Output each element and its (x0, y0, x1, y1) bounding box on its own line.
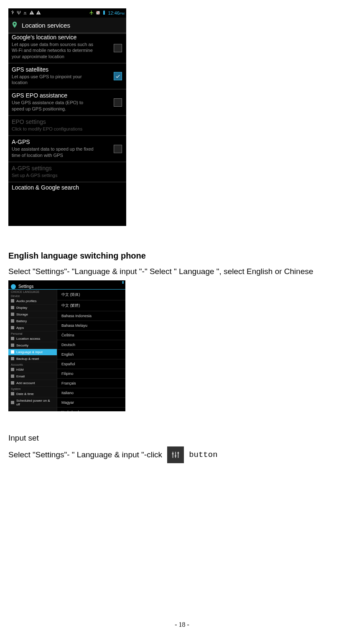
sidebar-item[interactable]: Date & time (8, 391, 57, 398)
language-option[interactable]: Magyar (57, 398, 125, 408)
sidebar-item[interactable]: Backup & reset (8, 356, 57, 362)
bullet-icon (11, 299, 14, 303)
language-option[interactable]: Français (57, 379, 125, 388)
language-option[interactable]: Bahasa Melayu (57, 321, 125, 331)
usb-icon (10, 10, 15, 16)
checkbox-checked[interactable] (114, 72, 122, 80)
bullet-icon (11, 374, 14, 378)
language-option[interactable]: Nederlands (57, 408, 125, 411)
screenshot-location-services: Ψ (8, 8, 126, 226)
heading-input-set: Input set (8, 432, 351, 444)
sidebar-item-label: Location access (16, 337, 40, 341)
bullet-icon (11, 368, 14, 371)
bullet-icon (11, 381, 14, 385)
svg-point-4 (175, 455, 176, 457)
page-number: - 18 - (0, 621, 364, 628)
sidebar-section: Device (8, 294, 57, 298)
warning-icon (29, 10, 34, 16)
setting-title: A-GPS (12, 138, 123, 145)
language-option[interactable]: 中文 (繁體) (57, 300, 125, 311)
setting-gps-epo[interactable]: GPS EPO assistance Use GPS assistance da… (8, 89, 126, 115)
status-bar: Ψ (8, 8, 126, 18)
bullet-icon (11, 344, 14, 347)
sidebar-item-label: Date & time (16, 392, 34, 396)
sidebar-item[interactable]: Scheduled power on & off (8, 398, 57, 408)
status-bar-2: ▮ (8, 280, 125, 284)
sidebar-item-label: Scheduled power on & off (16, 399, 54, 406)
sidebar-item-label: Battery (16, 319, 27, 323)
sidebar-section: System (8, 387, 57, 391)
setting-title: EPO settings (12, 118, 123, 125)
sidebar-item[interactable]: Email (8, 373, 57, 380)
bullet-icon (11, 326, 14, 329)
setting-gps-satellites[interactable]: GPS satellites Let apps use GPS to pinpo… (8, 63, 126, 89)
button-word: button (189, 450, 217, 459)
bullet-icon (11, 357, 14, 360)
bullet-icon (11, 319, 14, 323)
no-sim-icon (95, 10, 100, 16)
bullet-icon (11, 401, 14, 404)
sidebar-item[interactable]: Security (8, 342, 57, 349)
language-option[interactable]: Italiano (57, 388, 125, 398)
bullet-icon (11, 313, 14, 316)
setting-title: GPS satellites (12, 66, 123, 73)
appbar-title: Location services (22, 22, 70, 29)
sidebar-item[interactable]: Add account (8, 380, 57, 387)
status-clock: 12:46PM (108, 10, 125, 15)
setting-epo-settings: EPO settings Click to modify EPO configu… (8, 115, 126, 135)
equalizer-button[interactable] (167, 446, 184, 463)
sidebar-item[interactable]: Display (8, 305, 57, 311)
appbar-2-title: Settings (18, 284, 33, 289)
checkbox-unchecked[interactable] (114, 44, 122, 52)
sidebar-section: Accounts (8, 362, 57, 367)
settings-sidebar: CHOICE LANGUAGE DeviceAudio profilesDisp… (8, 290, 57, 411)
bullet-icon (11, 306, 14, 309)
checkbox-unchecked[interactable] (114, 145, 122, 153)
screenshot-language-settings: ▮ Settings CHOICE LANGUAGE DeviceAudio p… (8, 280, 125, 411)
battery-icon: ▮ (122, 280, 124, 284)
sidebar-section: CHOICE LANGUAGE (8, 290, 57, 294)
sidebar-item[interactable]: Storage (8, 311, 57, 318)
setting-desc: Set up A-GPS settings (12, 172, 95, 178)
language-option[interactable]: Deutsch (57, 340, 125, 350)
setting-desc: Use assistant data to speed up the fixed… (12, 146, 95, 158)
sidebar-item-label: Security (16, 344, 28, 347)
clock-ampm: PM (120, 12, 125, 15)
setting-location-google-search: Location & Google search (8, 182, 126, 191)
sidebar-item[interactable]: Language & input (8, 349, 57, 356)
sidebar-item-label: Apps (16, 326, 24, 330)
sidebar-item[interactable]: HSM (8, 367, 57, 373)
language-option[interactable]: Čeština (57, 331, 125, 340)
checkbox-unchecked[interactable] (114, 98, 122, 107)
app-bar-2: Settings (8, 284, 125, 290)
language-option[interactable]: Bahasa Indonesia (57, 311, 125, 321)
paragraph-language-instructions: Select "Settings"- "Language & input "-"… (8, 266, 351, 278)
sidebar-item[interactable]: Battery (8, 318, 57, 325)
sidebar-item-label: HSM (16, 368, 24, 372)
setting-agps[interactable]: A-GPS Use assistant data to speed up the… (8, 135, 126, 162)
sidebar-item[interactable]: Location access (8, 336, 57, 342)
language-option[interactable]: English (57, 350, 125, 359)
setting-desc: Click to modify EPO configurations (12, 126, 95, 132)
sidebar-item-label: Audio profiles (16, 299, 36, 303)
sidebar-item[interactable]: Apps (8, 325, 57, 331)
setting-google-location[interactable]: Google's location service Let apps use d… (8, 33, 126, 63)
setting-agps-settings: A-GPS settings Set up A-GPS settings (8, 162, 126, 182)
sidebar-item-label: Add account (16, 381, 35, 385)
location-icon (11, 21, 18, 29)
airplane-icon (89, 10, 94, 16)
language-option[interactable]: Español (57, 359, 125, 369)
paragraph-input-set-prefix: Select "Settings"- " Language & input "-… (8, 450, 162, 459)
bullet-icon (11, 392, 14, 395)
sidebar-section: Personal (8, 331, 57, 336)
setting-desc: Let apps use data from sources such as W… (12, 41, 95, 59)
language-list: 中文 (简体)中文 (繁體)Bahasa IndonesiaBahasa Mel… (57, 290, 125, 411)
battery-icon (102, 10, 107, 16)
download-icon (23, 10, 28, 16)
language-option[interactable]: Filipino (57, 369, 125, 379)
sidebar-item[interactable]: Audio profiles (8, 298, 57, 305)
setting-desc: Let apps use GPS to pinpoint your locati… (12, 74, 95, 86)
psi-icon: Ψ (17, 10, 21, 16)
language-option[interactable]: 中文 (简体) (57, 290, 125, 300)
sidebar-item-label: Backup & reset (16, 357, 39, 361)
